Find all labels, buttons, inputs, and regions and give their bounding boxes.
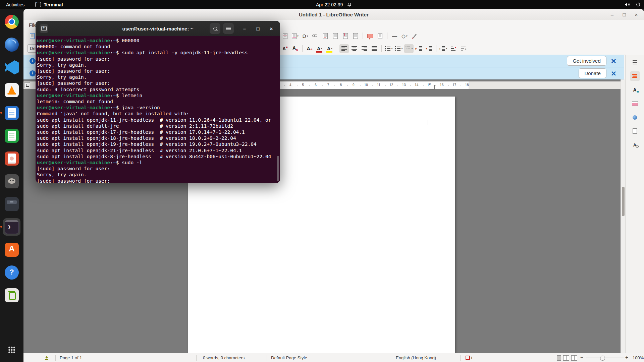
terminal-scrollbar-thumb[interactable] — [277, 156, 279, 181]
dock-item-chrome[interactable] — [3, 13, 20, 31]
ruler-number: 12 — [385, 81, 398, 89]
superscript-button[interactable]: AB — [280, 44, 290, 53]
page-style[interactable]: Default Page Style — [271, 353, 307, 362]
insert-bookmark-button[interactable] — [341, 32, 350, 40]
dock-item-help[interactable] — [3, 264, 20, 281]
indent-more-button[interactable] — [414, 44, 424, 53]
writer-titlebar[interactable]: Untitled 1 - LibreOffice Writer – □ × — [23, 9, 644, 20]
writer-close-button[interactable]: × — [633, 11, 640, 18]
dock-item-writer[interactable] — [3, 104, 20, 122]
book-view-button[interactable] — [571, 355, 577, 361]
ruler-number: 16 — [435, 81, 448, 89]
sort-descending-button[interactable] — [459, 44, 468, 53]
indent-less-button[interactable] — [424, 44, 434, 53]
multi-page-view-button[interactable] — [563, 355, 569, 361]
freeform-line-button[interactable] — [410, 32, 419, 40]
line-spacing-button[interactable]: ▾ — [439, 44, 448, 53]
sidebar-style-inspector-button[interactable]: A — [630, 140, 640, 150]
outline-list-button[interactable]: ▾ — [404, 44, 414, 53]
get-involved-button[interactable]: Get involved — [567, 56, 606, 66]
insert-footnote-button[interactable] — [321, 32, 330, 40]
document-vertical-scrollbar[interactable] — [621, 79, 626, 353]
new-tab-icon — [41, 26, 47, 31]
sidebar-styles-button[interactable]: A — [630, 85, 640, 95]
activities-button[interactable]: Activities — [0, 0, 31, 9]
dock-item-terminal[interactable] — [3, 218, 20, 236]
dock-item-calc[interactable] — [3, 127, 20, 144]
indent-marker[interactable] — [429, 85, 435, 89]
subscript-button[interactable]: AB — [290, 44, 300, 53]
zoom-in-button[interactable]: + — [625, 354, 628, 360]
numbered-list-button[interactable]: ▾ — [394, 44, 404, 53]
dock-item-gimp[interactable] — [3, 173, 20, 190]
app-grid-icon[interactable] — [8, 347, 15, 353]
sidebar-navigator-button[interactable] — [630, 112, 640, 122]
insert-cross-reference-button[interactable] — [351, 32, 360, 40]
dock-item-vlc[interactable] — [3, 81, 20, 99]
terminal-maximize-button[interactable]: □ — [253, 23, 263, 34]
word-count[interactable]: 0 words, 0 characters — [203, 353, 245, 362]
dock-item-vscode[interactable] — [3, 59, 20, 76]
sidebar-gallery-button[interactable] — [630, 99, 640, 109]
focused-app-menu[interactable]: Terminal — [35, 2, 63, 7]
bullet-list-button[interactable]: ▾ — [384, 44, 393, 53]
dock-item-trash[interactable] — [3, 287, 20, 304]
insert-section-button[interactable] — [280, 32, 290, 40]
terminal-line: user@user-virtual-machine:~$ letmein — [37, 93, 280, 99]
align-right-button[interactable] — [360, 44, 369, 53]
align-left-button[interactable] — [339, 44, 349, 53]
sidebar-sidebar-settings-button[interactable] — [630, 57, 640, 67]
zoom-out-button[interactable]: − — [580, 354, 583, 360]
selection-mode[interactable]: I — [466, 353, 472, 362]
basic-shapes-button[interactable]: ◇▾ — [400, 32, 409, 40]
writer-maximize-button[interactable]: □ — [621, 11, 628, 18]
new-tab-button[interactable] — [40, 24, 48, 33]
writer-minimize-button[interactable]: – — [608, 11, 616, 18]
ruler-number: 10 — [360, 81, 373, 89]
dock-item-impress[interactable] — [3, 150, 20, 167]
track-changes-button[interactable] — [375, 32, 385, 40]
sort-ascending-button[interactable] — [449, 44, 458, 53]
superscript-icon: AB — [282, 46, 288, 51]
insert-hyperlink-button[interactable] — [311, 32, 320, 40]
terminal-titlebar[interactable]: user@user-virtual-machine: ~ – □ × — [36, 21, 280, 37]
dock-item-ubuntu-software[interactable] — [3, 241, 20, 258]
dock-item-files[interactable] — [3, 195, 20, 213]
clear-formatting-button[interactable]: Aø — [305, 44, 314, 53]
insert-text-box-button[interactable]: ▾ — [290, 32, 300, 40]
terminal-content[interactable]: user@user-virtual-machine:~$ 00000000000… — [36, 36, 280, 183]
insert-comment-button[interactable] — [365, 32, 375, 40]
font-color-button[interactable]: A▾ — [315, 44, 324, 53]
calc-icon — [5, 129, 19, 143]
insert-line-button[interactable]: — — [390, 32, 399, 40]
close-notification-icon[interactable]: × — [611, 70, 616, 77]
special-character-button[interactable]: Ω▾ — [301, 32, 310, 40]
zoom-slider-thumb[interactable] — [600, 356, 605, 361]
tab-stop-selector[interactable] — [24, 82, 30, 88]
align-center-button[interactable] — [350, 44, 359, 53]
page-count[interactable]: Page 1 of 1 — [60, 353, 82, 362]
zoom-level[interactable]: 100% — [633, 353, 644, 362]
close-notification-icon[interactable]: × — [611, 58, 616, 64]
system-status-area[interactable] — [625, 0, 641, 9]
indent-less-icon — [426, 46, 432, 51]
clock-menu[interactable]: Apr 22 02:39 — [316, 0, 352, 9]
scrollbar-thumb[interactable] — [622, 187, 625, 216]
save-status[interactable] — [44, 353, 49, 362]
zoom-slider-track[interactable] — [586, 358, 624, 358]
terminal-minimize-button[interactable]: – — [239, 23, 250, 34]
align-justify-button[interactable] — [370, 44, 379, 53]
terminal-line: [sudo] password for user: — [37, 178, 280, 183]
terminal-search-button[interactable] — [210, 23, 220, 34]
highlighting-button[interactable]: A▾ — [325, 44, 334, 53]
terminal-close-button[interactable]: × — [266, 23, 277, 34]
terminal-menu-button[interactable] — [223, 23, 234, 34]
sidebar-page-button[interactable] — [630, 126, 640, 136]
ruler-number: 8 — [334, 81, 347, 89]
sidebar-properties-button[interactable] — [630, 71, 640, 81]
single-page-view-button[interactable] — [557, 355, 561, 361]
dock-item-firefox[interactable] — [3, 36, 20, 53]
donate-button[interactable]: Donate — [579, 68, 606, 78]
text-language[interactable]: English (Hong Kong) — [396, 353, 436, 362]
insert-endnote-button[interactable] — [331, 32, 340, 40]
